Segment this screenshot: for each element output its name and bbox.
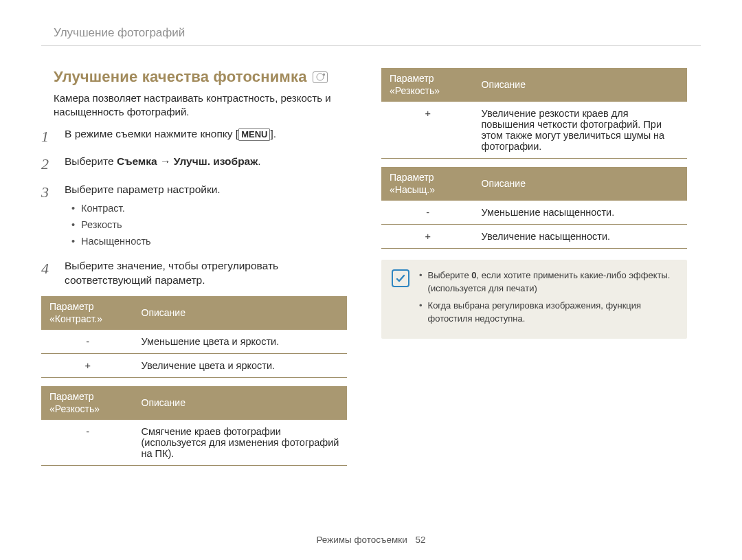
- table-header-param: Параметр «Резкость»: [41, 386, 133, 420]
- step-4: 4 Выберите значение, чтобы отрегулироват…: [41, 258, 347, 288]
- param-cell: -: [381, 201, 473, 225]
- table-header-param: Параметр «Контраст.»: [41, 296, 133, 330]
- desc-cell: Уменьшение насыщенности.: [473, 201, 688, 225]
- contrast-table: Параметр «Контраст.» Описание - Уменьшен…: [41, 296, 347, 378]
- step-1-text-pre: В режиме съемки нажмите кнопку [: [65, 128, 238, 139]
- step-1-text-post: ].: [270, 128, 276, 139]
- table-row: - Смягчение краев фотографии (использует…: [41, 420, 347, 466]
- step-number: 2: [41, 154, 55, 175]
- steps-list: 1 В режиме съемки нажмите кнопку [MENU].…: [41, 126, 347, 289]
- step-2-text-post: .: [258, 155, 260, 167]
- param-cell: -: [41, 420, 133, 466]
- section-intro: Камера позволяет настраивать контрастнос…: [54, 91, 347, 120]
- step-2: 2 Выберите Съемка → Улучш. изображ.: [41, 154, 347, 175]
- step-body: Выберите Съемка → Улучш. изображ.: [65, 154, 347, 175]
- section-title: Улучшение качества фотоснимка: [54, 68, 347, 86]
- table-header-desc: Описание: [473, 167, 688, 201]
- table-row: + Увеличение насыщенности.: [381, 225, 687, 249]
- note-item: Когда выбрана регулировка изображения, ф…: [419, 300, 677, 326]
- step-4-text: Выберите значение, чтобы отрегулировать …: [65, 260, 278, 287]
- menu-button-icon: MENU: [238, 128, 270, 141]
- sharpness-table-left: Параметр «Резкость» Описание - Смягчение…: [41, 386, 347, 466]
- step-body: В режиме съемки нажмите кнопку [MENU].: [65, 126, 347, 148]
- table-row: + Увеличение резкости краев для повышени…: [381, 102, 687, 159]
- note-box: Выберите 0, если хотите применить какие-…: [381, 260, 687, 339]
- footer-page-number: 52: [416, 535, 426, 545]
- step-number: 3: [41, 182, 55, 251]
- section-title-text: Улучшение качества фотоснимка: [54, 68, 307, 86]
- table-row: - Уменьшение цвета и яркости.: [41, 330, 347, 354]
- sublist-item: Насыщенность: [71, 234, 347, 248]
- step-2-bold: Съемка → Улучш. изображ: [117, 155, 258, 167]
- footer-section: Режимы фотосъемки: [316, 535, 407, 545]
- step-number: 4: [41, 258, 55, 288]
- saturation-table: Параметр «Насыщ.» Описание - Уменьшение …: [381, 167, 687, 249]
- step-3-text: Выберите параметр настройки.: [65, 183, 221, 195]
- desc-cell: Увеличение резкости краев для повышения …: [473, 102, 688, 159]
- note-1-pre: Выберите: [428, 270, 472, 280]
- note-list: Выберите 0, если хотите применить какие-…: [419, 269, 677, 329]
- table-row: + Увеличение цвета и яркости.: [41, 354, 347, 378]
- note-item: Выберите 0, если хотите применить какие-…: [419, 269, 677, 295]
- note-2-text: Когда выбрана регулировка изображения, ф…: [428, 300, 677, 326]
- left-column: Улучшение качества фотоснимка Камера поз…: [41, 68, 347, 466]
- param-cell: +: [41, 354, 133, 378]
- step-3: 3 Выберите параметр настройки. Контраст.…: [41, 182, 347, 251]
- step-number: 1: [41, 126, 55, 148]
- sublist-item: Контраст.: [71, 201, 347, 215]
- table-header-param: Параметр «Резкость»: [381, 68, 473, 102]
- sublist-item: Резкость: [71, 218, 347, 232]
- camera-mode-icon: [313, 71, 328, 83]
- right-column: Параметр «Резкость» Описание + Увеличени…: [381, 68, 687, 466]
- step-body: Выберите параметр настройки. Контраст. Р…: [65, 182, 347, 251]
- note-icon: [392, 269, 409, 287]
- breadcrumb: Улучшение фотографий: [41, 26, 701, 46]
- step-3-sublist: Контраст. Резкость Насыщенность: [71, 201, 347, 249]
- table-header-desc: Описание: [133, 296, 348, 330]
- param-cell: +: [381, 225, 473, 249]
- step-2-text-pre: Выберите: [65, 155, 117, 167]
- desc-cell: Увеличение насыщенности.: [473, 225, 688, 249]
- page-footer: Режимы фотосъемки 52: [0, 535, 742, 545]
- table-header-desc: Описание: [133, 386, 348, 420]
- table-header-desc: Описание: [473, 68, 688, 102]
- step-body: Выберите значение, чтобы отрегулировать …: [65, 258, 347, 288]
- step-1: 1 В режиме съемки нажмите кнопку [MENU].: [41, 126, 347, 148]
- table-header-param: Параметр «Насыщ.»: [381, 167, 473, 201]
- desc-cell: Смягчение краев фотографии (используется…: [133, 420, 348, 466]
- content-columns: Улучшение качества фотоснимка Камера поз…: [41, 68, 701, 466]
- sharpness-table-right: Параметр «Резкость» Описание + Увеличени…: [381, 68, 687, 159]
- param-cell: +: [381, 102, 473, 159]
- table-row: - Уменьшение насыщенности.: [381, 201, 687, 225]
- param-cell: -: [41, 330, 133, 354]
- desc-cell: Уменьшение цвета и яркости.: [133, 330, 348, 354]
- manual-page: Улучшение фотографий Улучшение качества …: [0, 0, 742, 560]
- desc-cell: Увеличение цвета и яркости.: [133, 354, 348, 378]
